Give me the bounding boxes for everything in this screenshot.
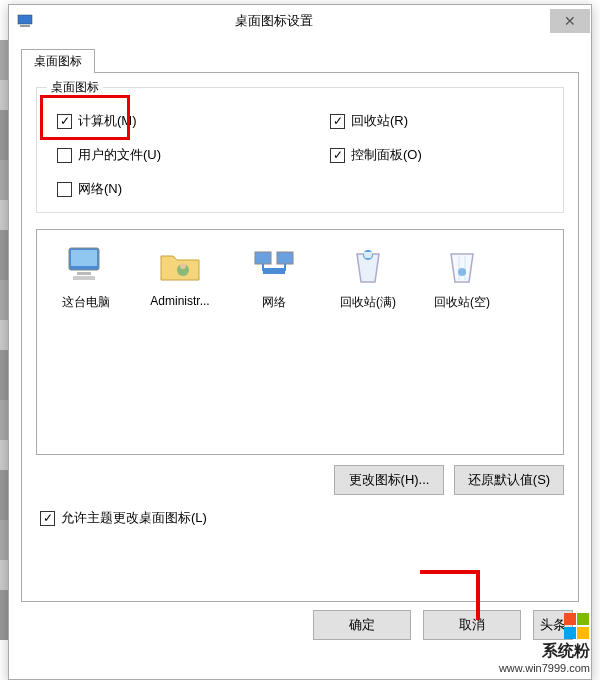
change-icon-button[interactable]: 更改图标(H)... (334, 465, 444, 495)
recycle-full-icon (345, 242, 391, 288)
checkbox-recycle-bin[interactable]: 回收站(R) (330, 112, 553, 130)
svg-rect-10 (263, 268, 285, 274)
user-folder-icon (157, 242, 203, 288)
checkbox-label: 用户的文件(U) (78, 146, 161, 164)
tab-page: 桌面图标 计算机(M) 回收站(R) 用户的文件(U) (21, 72, 579, 602)
icon-buttons-row: 更改图标(H)... 还原默认值(S) (36, 465, 564, 495)
svg-rect-9 (277, 252, 293, 264)
icon-label: 网络 (235, 294, 313, 311)
watermark-site: 系统粉 (542, 641, 590, 662)
dialog-title: 桌面图标设置 (235, 12, 550, 30)
tab-strip: 桌面图标 (21, 49, 579, 73)
icon-label: 回收站(空) (423, 294, 501, 311)
logo-square (577, 627, 589, 639)
computer-icon (63, 242, 109, 288)
ok-button[interactable]: 确定 (313, 610, 411, 640)
annotation-highlight-computer: 计算机(M) (40, 95, 130, 140)
network-icon (251, 242, 297, 288)
titlebar: 桌面图标设置 ✕ (9, 5, 591, 37)
icon-label: Administr... (141, 294, 219, 308)
svg-rect-4 (77, 272, 91, 275)
checkbox-box-icon (330, 148, 345, 163)
dialog-icon (17, 12, 35, 30)
svg-point-7 (180, 263, 186, 269)
svg-rect-5 (73, 276, 95, 280)
icon-preview-list[interactable]: 这台电脑 Administr... 网络 (36, 229, 564, 455)
restore-default-button[interactable]: 还原默认值(S) (454, 465, 564, 495)
watermark: 系统粉 www.win7999.com (499, 613, 590, 674)
checkbox-box-icon (57, 182, 72, 197)
svg-rect-3 (71, 250, 97, 266)
checkbox-box-icon (330, 114, 345, 129)
icon-label: 这台电脑 (47, 294, 125, 311)
microsoft-logo-icon (564, 613, 590, 639)
watermark-url: www.win7999.com (499, 662, 590, 674)
logo-square (564, 627, 576, 639)
checkbox-allow-themes[interactable]: 允许主题更改桌面图标(L) (36, 509, 564, 527)
list-item[interactable]: 这台电脑 (47, 242, 125, 311)
svg-point-14 (458, 268, 466, 276)
group-legend: 桌面图标 (47, 79, 103, 96)
svg-rect-0 (18, 15, 32, 24)
checkbox-box-icon (57, 148, 72, 163)
checkbox-label: 控制面板(O) (351, 146, 422, 164)
svg-rect-1 (20, 25, 30, 27)
checkbox-label: 回收站(R) (351, 112, 408, 130)
checkbox-user-files[interactable]: 用户的文件(U) (57, 146, 280, 164)
close-button[interactable]: ✕ (550, 9, 590, 33)
list-item[interactable]: 网络 (235, 242, 313, 311)
tab-desktop-icons[interactable]: 桌面图标 (21, 49, 95, 73)
list-item[interactable]: 回收站(满) (329, 242, 407, 311)
svg-rect-8 (255, 252, 271, 264)
checkbox-box-icon (40, 511, 55, 526)
icon-label: 回收站(满) (329, 294, 407, 311)
recycle-empty-icon (439, 242, 485, 288)
annotation-highlight-corner (420, 570, 480, 620)
checkbox-label: 网络(N) (78, 180, 122, 198)
checkbox-network[interactable]: 网络(N) (57, 180, 280, 198)
checkbox-label: 允许主题更改桌面图标(L) (61, 509, 207, 527)
logo-square (564, 613, 576, 625)
list-item[interactable]: 回收站(空) (423, 242, 501, 311)
list-item[interactable]: Administr... (141, 242, 219, 308)
logo-square (577, 613, 589, 625)
checkbox-control-panel[interactable]: 控制面板(O) (330, 146, 553, 164)
background-strip (0, 40, 8, 640)
